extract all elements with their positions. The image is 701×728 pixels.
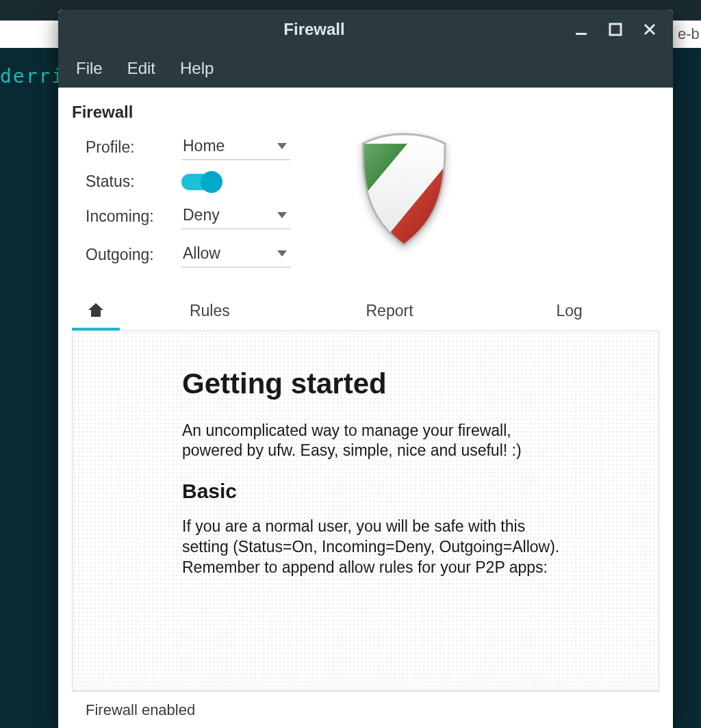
svg-rect-0	[576, 33, 587, 35]
outgoing-value: Allow	[183, 244, 220, 263]
profile-dropdown[interactable]: Home	[181, 134, 291, 160]
profile-value: Home	[183, 137, 225, 155]
tab-bar: Rules Report Log	[72, 295, 659, 330]
window-title: Firewall	[71, 20, 558, 39]
chevron-down-icon	[277, 143, 287, 149]
status-toggle[interactable]	[181, 174, 221, 190]
content-panel: Getting started An uncomplicated way to …	[72, 330, 659, 691]
window-body: Firewall Profile: Home Status: Incoming:…	[58, 88, 673, 728]
outgoing-dropdown[interactable]: Allow	[181, 242, 291, 268]
content-fade	[73, 670, 659, 690]
background-terminal-text: derri	[0, 65, 64, 88]
incoming-dropdown[interactable]: Deny	[181, 203, 291, 229]
tab-report[interactable]: Report	[300, 295, 480, 330]
menu-edit[interactable]: Edit	[115, 55, 168, 82]
incoming-label: Incoming:	[86, 207, 181, 226]
profile-label: Profile:	[86, 138, 181, 157]
settings-grid: Profile: Home Status: Incoming: Deny Out…	[86, 134, 291, 268]
status-label: Status:	[86, 172, 181, 191]
shield-icon	[353, 129, 455, 255]
chevron-down-icon	[277, 250, 287, 257]
svg-rect-1	[610, 24, 621, 35]
maximize-button[interactable]	[604, 18, 626, 40]
menu-file[interactable]: File	[64, 55, 115, 82]
menu-help[interactable]: Help	[168, 55, 226, 82]
minimize-button[interactable]	[570, 18, 592, 40]
status-text: Firewall enabled	[86, 701, 195, 719]
tab-home[interactable]	[72, 295, 120, 330]
window-titlebar[interactable]: Firewall	[58, 10, 673, 49]
close-button[interactable]	[639, 18, 661, 40]
status-bar: Firewall enabled	[72, 691, 659, 728]
content-intro: An uncomplicated way to manage your fire…	[182, 421, 565, 462]
content-basic-text: If you are a normal user, you will be sa…	[182, 517, 565, 578]
home-icon	[87, 302, 105, 318]
incoming-value: Deny	[183, 206, 220, 224]
content-subheading: Basic	[182, 478, 565, 504]
tab-rules[interactable]: Rules	[120, 295, 300, 330]
firewall-window: Firewall File Edit Help Firewall Profile…	[58, 10, 673, 728]
page-title: Firewall	[72, 103, 659, 122]
outgoing-label: Outgoing:	[86, 246, 181, 264]
toggle-knob	[201, 171, 222, 193]
content-heading: Getting started	[182, 365, 565, 403]
tab-log[interactable]: Log	[479, 295, 659, 330]
menubar: File Edit Help	[58, 49, 673, 88]
chevron-down-icon	[277, 212, 287, 218]
